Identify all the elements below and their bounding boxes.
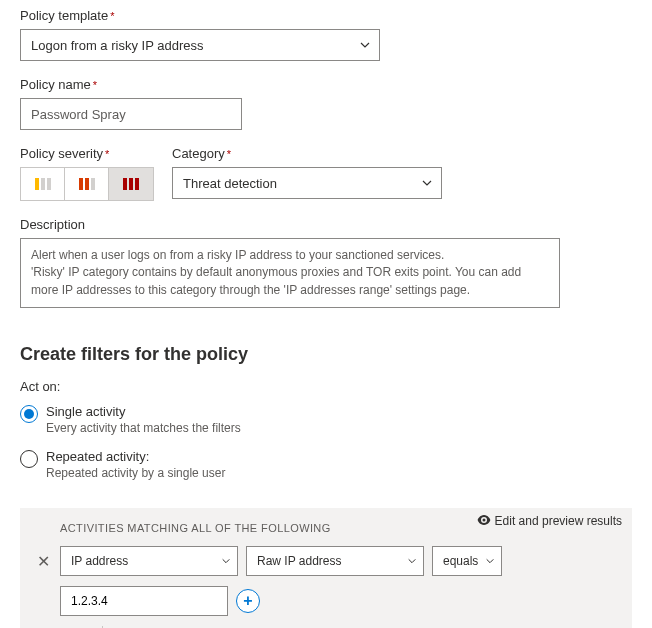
edit-preview-link[interactable]: Edit and preview results [477,514,622,528]
policy-name-input[interactable] [20,98,242,130]
remove-filter-button[interactable]: ✕ [34,552,52,571]
radio-icon [20,405,38,423]
severity-toggle-group [20,167,154,201]
create-filters-heading: Create filters for the policy [20,344,632,365]
chevron-down-icon [485,556,495,566]
preview-link-text: Edit and preview results [495,514,622,528]
policy-template-select[interactable]: Logon from a risky IP address [20,29,380,61]
chevron-down-icon [407,556,417,566]
category-select[interactable]: Threat detection [172,167,442,199]
policy-template-label: Policy template* [20,8,632,23]
filter-row: ✕ IP address Raw IP address equals [34,546,618,576]
eye-icon [477,514,491,528]
radio-secondary-label: Every activity that matches the filters [46,421,241,435]
chevron-down-icon [421,177,433,189]
category-label: Category* [172,146,632,161]
filter-value-input[interactable] [60,586,228,616]
description-textarea[interactable]: Alert when a user logs on from a risky I… [20,238,560,308]
filter-operator-select[interactable]: equals [432,546,502,576]
chevron-down-icon [359,39,371,51]
filter-subfield-select[interactable]: Raw IP address [246,546,424,576]
act-on-label: Act on: [20,379,632,394]
filter-operator-value: equals [443,554,478,568]
radio-primary-label: Single activity [46,404,241,419]
policy-template-value: Logon from a risky IP address [31,38,203,53]
radio-repeated-activity[interactable]: Repeated activity: Repeated activity by … [20,449,632,480]
filter-subfield-value: Raw IP address [257,554,342,568]
radio-icon [20,450,38,468]
chevron-down-icon [221,556,231,566]
severity-high-button[interactable] [109,168,153,200]
filter-field-value: IP address [71,554,128,568]
svg-point-0 [482,519,485,522]
category-value: Threat detection [183,176,277,191]
radio-primary-label: Repeated activity: [46,449,225,464]
policy-name-label: Policy name* [20,77,632,92]
radio-single-activity[interactable]: Single activity Every activity that matc… [20,404,632,435]
add-value-button[interactable]: + [236,589,260,613]
filter-field-select[interactable]: IP address [60,546,238,576]
severity-medium-button[interactable] [65,168,109,200]
radio-secondary-label: Repeated activity by a single user [46,466,225,480]
filter-panel: Edit and preview results ACTIVITIES MATC… [20,508,632,628]
description-label: Description [20,217,632,232]
severity-low-button[interactable] [21,168,65,200]
policy-severity-label: Policy severity* [20,146,154,161]
